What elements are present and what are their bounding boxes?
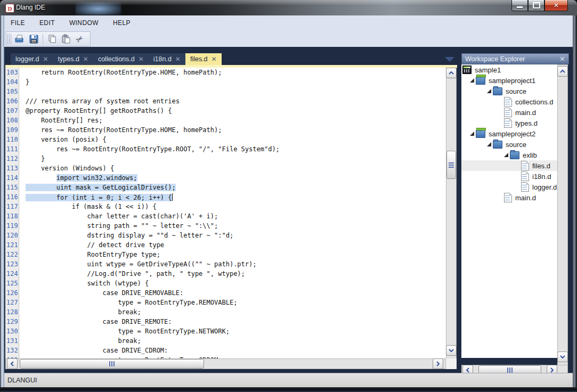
tree-item-sampleproject1[interactable]: sampleproject1	[461, 75, 557, 86]
expand-arrow-icon[interactable]	[487, 89, 491, 93]
line-number: 123	[5, 260, 19, 270]
chevron-down-icon	[448, 348, 454, 353]
tree-item-exlib[interactable]: exlib	[461, 150, 557, 160]
tree-item-main.d[interactable]: main.d	[461, 107, 557, 118]
aero-glass-reflection	[76, 2, 121, 15]
paste-icon	[61, 34, 71, 44]
tab-logger.d[interactable]: logger.d✕	[11, 53, 53, 65]
project-stripe	[476, 128, 486, 130]
tab-list-dropdown-icon[interactable]	[445, 57, 454, 62]
code-line: switch (wtype) {	[26, 280, 446, 289]
editor-vscroll-thumb[interactable]	[446, 151, 456, 179]
line-number: 120	[5, 232, 19, 241]
tree-item-logger.d[interactable]: logger.d	[461, 182, 557, 192]
menu-edit[interactable]: EDIT	[39, 19, 55, 27]
tree-item-label: sample1	[475, 66, 501, 74]
toolbar-grip-handle[interactable]	[7, 34, 11, 44]
line-number: 130	[5, 328, 19, 337]
tab-label: logger.d	[15, 55, 39, 63]
editor-hscroll-thumb[interactable]	[20, 359, 204, 369]
tree-item-label: types.d	[515, 119, 538, 127]
line-number: 129	[5, 318, 19, 328]
line-number: 104	[5, 78, 19, 88]
maximize-button[interactable]	[528, 0, 545, 11]
title-bar[interactable]: D Dlang IDE	[0, 0, 577, 16]
expand-arrow-icon[interactable]	[487, 142, 491, 146]
code-line: version (posix) {	[26, 136, 446, 145]
editor-vscroll-down-button[interactable]	[446, 345, 457, 356]
tab-types.d[interactable]: types.d✕	[53, 53, 93, 65]
close-button[interactable]: ✕	[545, 0, 568, 11]
tree-item-i18n.d[interactable]: i18n.d	[461, 171, 557, 182]
code-line: //Log.d("Drive ", path, " type ", wtype)…	[26, 270, 446, 280]
tab-close-icon[interactable]: ✕	[83, 55, 88, 63]
window-frame-right	[573, 15, 577, 392]
tab-i18n.d[interactable]: i18n.d✕	[149, 53, 185, 65]
tab-files.d[interactable]: files.d✕	[185, 53, 222, 65]
menu-file[interactable]: FILE	[11, 19, 25, 27]
tab-close-icon[interactable]: ✕	[175, 55, 181, 63]
code-line: RootEntryType type;	[26, 251, 446, 260]
minimize-button[interactable]	[511, 0, 528, 11]
minimize-icon	[517, 6, 523, 8]
tab-close-icon[interactable]: ✕	[139, 55, 144, 63]
scroll-thumb-grip	[507, 368, 513, 373]
line-number: 124	[5, 270, 19, 280]
line-number: 108	[5, 117, 19, 126]
close-icon: ✕	[554, 2, 559, 9]
tree-item-files.d[interactable]: files.d	[461, 160, 557, 171]
open-file-icon	[14, 34, 25, 44]
cut-button[interactable]: ✂	[73, 32, 87, 45]
code-text-area[interactable]: return RootEntry(RootEntryType.HOME, hom…	[20, 68, 446, 359]
panel-vscroll-track[interactable]	[557, 64, 568, 365]
maximize-icon	[533, 2, 540, 9]
folder-icon	[493, 141, 502, 149]
tree-item-source[interactable]: source	[461, 139, 557, 150]
cut-icon: ✂	[74, 32, 86, 45]
expand-arrow-icon[interactable]	[470, 78, 474, 83]
paste-button[interactable]	[59, 32, 73, 45]
panel-vscroll-up-button[interactable]	[557, 66, 568, 77]
workspace-explorer-header[interactable]: Workspace Explorer ✕	[461, 53, 569, 64]
tree-item-types.d[interactable]: types.d	[461, 118, 557, 128]
save-button[interactable]	[27, 32, 40, 45]
panel-close-icon[interactable]: ✕	[559, 55, 565, 63]
line-number: 128	[5, 308, 19, 318]
tab-close-icon[interactable]: ✕	[212, 55, 217, 63]
scrollbar-corner	[446, 358, 457, 369]
panel-vscroll-down-button[interactable]	[557, 352, 568, 362]
tree-item-collections.d[interactable]: collections.d	[461, 96, 557, 107]
tab-close-icon[interactable]: ✕	[43, 55, 48, 63]
tree-item-label: i18n.d	[532, 173, 551, 181]
tab-collections.d[interactable]: collections.d✕	[93, 53, 149, 65]
chevron-up-icon	[559, 69, 566, 74]
copy-icon	[47, 34, 57, 44]
app-window: D Dlang IDE ✕ FILEEDITWINDOWHELP	[0, 0, 577, 392]
editor-hscroll-left-button[interactable]	[7, 358, 18, 369]
line-number: 115	[5, 184, 19, 193]
menu-window[interactable]: WINDOW	[69, 19, 99, 27]
open-file-button[interactable]	[13, 32, 27, 45]
expand-arrow-icon[interactable]	[470, 132, 474, 136]
menu-help[interactable]: HELP	[113, 19, 131, 27]
file-icon	[521, 161, 529, 170]
line-number: 125	[5, 280, 19, 289]
copy-button[interactable]	[45, 32, 59, 45]
tree-item-source[interactable]: source	[461, 86, 557, 96]
editor-vscroll-up-button[interactable]	[446, 68, 457, 78]
editor-hscroll-right-button[interactable]	[433, 358, 443, 369]
file-icon	[504, 97, 512, 107]
tree-item-sampleproject2[interactable]: sampleproject2	[461, 128, 557, 139]
editor-vscroll-track[interactable]	[446, 68, 457, 359]
code-line: version (Windows) {	[26, 165, 446, 174]
code-line: }	[26, 78, 446, 88]
line-number: 126	[5, 289, 19, 299]
file-icon	[521, 182, 529, 192]
code-editor[interactable]: 1031041051061071081091101111121131141151…	[5, 68, 446, 359]
tree-item-main.d[interactable]: main.d	[461, 192, 557, 203]
selected-text: for (int i = 0; i < 26; i++) {	[26, 194, 172, 201]
chevron-right-icon	[436, 361, 440, 367]
expand-arrow-icon[interactable]	[504, 153, 508, 157]
tree-item-sample1[interactable]: sample1	[461, 64, 557, 75]
panel-title: Workspace Explorer	[465, 55, 559, 63]
